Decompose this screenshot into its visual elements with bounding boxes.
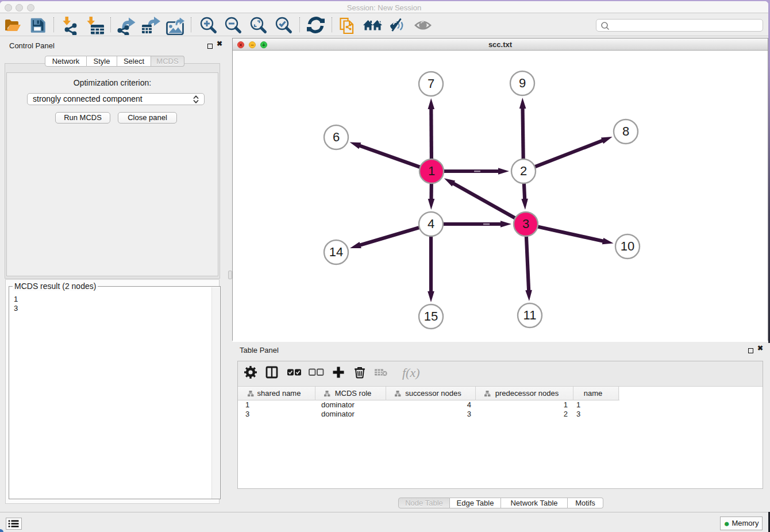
svg-text:8: 8: [622, 124, 629, 138]
svg-text:10: 10: [621, 239, 634, 253]
svg-text:15: 15: [424, 309, 438, 323]
svg-text:14: 14: [329, 245, 343, 259]
svg-text:9: 9: [519, 76, 526, 90]
svg-text:6: 6: [333, 130, 340, 144]
svg-text:11: 11: [523, 308, 537, 322]
svg-text:2: 2: [520, 164, 527, 178]
svg-text:4: 4: [428, 217, 434, 231]
svg-text:1: 1: [428, 164, 435, 178]
svg-text:f(x): f(x): [402, 365, 420, 380]
svg-text:3: 3: [522, 217, 529, 231]
svg-text:7: 7: [428, 76, 434, 91]
